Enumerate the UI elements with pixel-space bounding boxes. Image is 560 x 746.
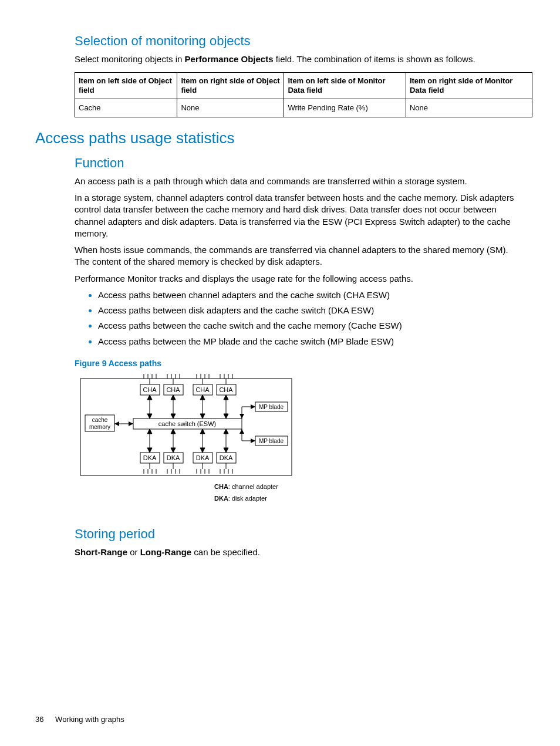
diagram-cha-label: CHA xyxy=(219,386,233,393)
svg-marker-35 xyxy=(224,395,228,400)
selection-paragraph: Select monitoring objects in Performance… xyxy=(75,53,522,65)
paragraph: When hosts issue commands, the commands … xyxy=(75,244,522,268)
figure-caption: Figure 9 Access paths xyxy=(75,358,522,369)
td: None xyxy=(177,99,284,117)
paragraph: An access path is a path through which d… xyxy=(75,175,522,187)
paragraph: Performance Monitor tracks and displays … xyxy=(75,273,522,285)
storing-paragraph: Short-Range or Long-Range can be specifi… xyxy=(75,546,522,558)
heading-storing-period: Storing period xyxy=(75,525,522,543)
td: None xyxy=(406,99,532,117)
access-paths-diagram: CHA CHA CHA CHA cache memory xyxy=(75,373,298,511)
th: Item on left side of Object field xyxy=(75,72,177,99)
legend-dka-text: : disk adapter xyxy=(228,495,267,502)
heading-selection: Selection of monitoring objects xyxy=(75,32,522,50)
td: Cache xyxy=(75,99,177,117)
td: Write Pending Rate (%) xyxy=(284,99,406,117)
paragraph: In a storage system, channel adapters co… xyxy=(75,192,522,239)
objects-table: Item on left side of Object field Item o… xyxy=(75,72,532,117)
diagram-esw-label: cache switch (ESW) xyxy=(158,420,216,427)
bold-text: Long-Range xyxy=(140,547,192,557)
list-item: Access paths between disk adapters and t… xyxy=(98,305,522,316)
th: Item on right side of Monitor Data field xyxy=(406,72,532,99)
svg-marker-46 xyxy=(239,414,244,418)
svg-marker-63 xyxy=(224,448,228,453)
svg-marker-62 xyxy=(224,429,228,434)
svg-marker-40 xyxy=(114,421,119,426)
text: Select monitoring objects in xyxy=(75,54,185,64)
heading-access-paths: Access paths usage statistics xyxy=(35,128,522,148)
bold-text: Performance Objects xyxy=(185,54,274,64)
th: Item on left side of Monitor Data field xyxy=(284,72,406,99)
bold-text: Short-Range xyxy=(75,547,127,557)
svg-marker-51 xyxy=(239,429,244,434)
svg-marker-30 xyxy=(171,414,176,418)
svg-marker-33 xyxy=(200,414,205,418)
heading-function: Function xyxy=(75,154,522,172)
legend-dka-bold: DKA xyxy=(214,495,228,502)
svg-marker-54 xyxy=(147,448,152,453)
diagram-mp-blade-label: MP blade xyxy=(259,404,284,410)
svg-marker-53 xyxy=(147,429,152,434)
svg-text:DKA: disk adapter: DKA: disk adapter xyxy=(214,495,267,502)
svg-marker-60 xyxy=(200,448,205,453)
page-footer: 36 Working with graphs xyxy=(35,714,124,725)
text: can be specified. xyxy=(191,547,260,557)
diagram-cha-label: CHA xyxy=(143,386,157,393)
legend-cha-bold: CHA xyxy=(214,483,228,490)
list-item: Access paths between the MP blade and th… xyxy=(98,336,522,347)
diagram-cha-label: CHA xyxy=(166,386,180,393)
text: field. The combination of items is shown… xyxy=(274,54,475,64)
svg-marker-29 xyxy=(171,395,176,400)
svg-marker-45 xyxy=(251,404,255,409)
svg-text:CHA: channel adapter: CHA: channel adapter xyxy=(214,483,278,490)
svg-marker-27 xyxy=(147,414,152,418)
list-item: Access paths between the cache switch an… xyxy=(98,320,522,332)
bullet-list: Access paths between channel adapters an… xyxy=(75,289,522,347)
svg-marker-56 xyxy=(171,429,176,434)
diagram-dka-label: DKA xyxy=(196,454,210,461)
svg-marker-41 xyxy=(129,421,133,426)
text: or xyxy=(127,547,140,557)
diagram-mp-blade-label: MP blade xyxy=(259,438,284,444)
diagram-dka-label: DKA xyxy=(167,454,180,461)
svg-marker-36 xyxy=(224,414,228,418)
page: Selection of monitoring objects Select m… xyxy=(0,0,560,746)
diagram-dka-label: DKA xyxy=(220,454,233,461)
chapter-title: Working with graphs xyxy=(55,715,124,724)
list-item: Access paths between channel adapters an… xyxy=(98,289,522,301)
table-header-row: Item on left side of Object field Item o… xyxy=(75,72,532,99)
diagram-cache-memory-label: cache xyxy=(92,417,108,423)
diagram-cache-memory-label: memory xyxy=(89,424,110,430)
svg-marker-50 xyxy=(251,438,255,443)
svg-marker-26 xyxy=(147,395,152,400)
page-number: 36 xyxy=(35,714,43,725)
diagram-dka-label: DKA xyxy=(143,454,157,461)
svg-marker-32 xyxy=(200,395,205,400)
svg-marker-57 xyxy=(171,448,176,453)
th: Item on right side of Object field xyxy=(177,72,284,99)
table-row: Cache None Write Pending Rate (%) None xyxy=(75,99,532,117)
legend-cha-text: : channel adapter xyxy=(228,483,278,490)
diagram-cha-label: CHA xyxy=(195,386,210,393)
svg-marker-59 xyxy=(200,429,205,434)
